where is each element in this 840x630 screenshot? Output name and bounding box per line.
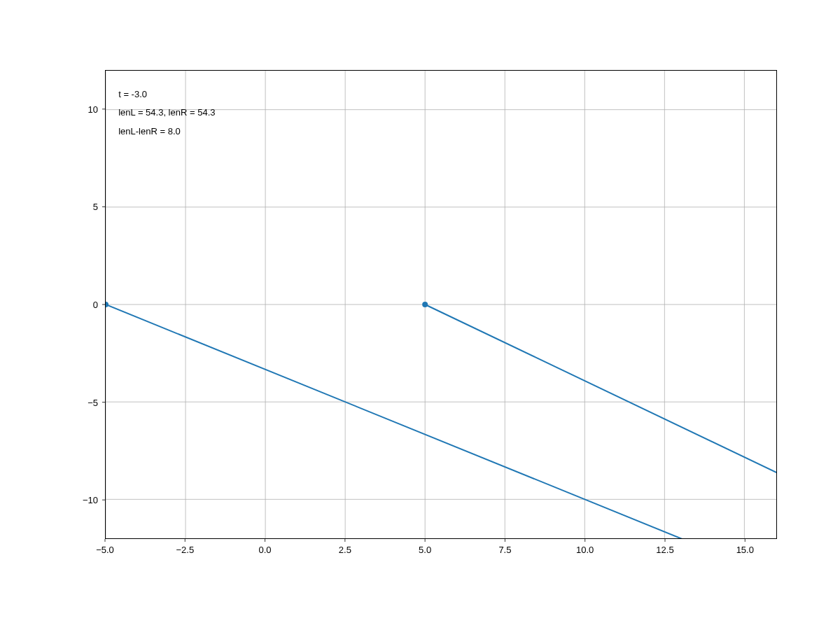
y-tick-label: 10	[70, 104, 98, 114]
x-tick-label: 2.5	[339, 545, 351, 555]
y-tick-label: −5	[70, 397, 98, 407]
x-tick-label: 0.0	[259, 545, 272, 555]
annotation-text: t = -3.0	[118, 89, 147, 99]
marker-point	[106, 302, 108, 307]
x-tick-label: 12.5	[656, 545, 673, 555]
y-tick-label: 0	[70, 300, 98, 310]
x-tick-label: 5.0	[419, 545, 431, 555]
x-tick-label: 7.5	[498, 545, 511, 555]
x-tick-label: 15.0	[736, 545, 754, 555]
x-tick-label: −2.5	[176, 545, 194, 555]
plot-area	[105, 70, 777, 539]
annotation-text: lenL = 54.3, lenR = 54.3	[118, 107, 215, 118]
series-lineL	[106, 304, 776, 538]
series-lineR	[425, 304, 776, 538]
marker-point	[422, 302, 428, 307]
y-tick-label: −10	[70, 495, 98, 505]
x-tick-label: 10.0	[576, 545, 594, 555]
chart-svg	[106, 71, 776, 538]
y-tick-label: 5	[70, 202, 98, 212]
annotation-text: lenL-lenR = 8.0	[118, 126, 181, 136]
x-tick-label: −5.0	[96, 545, 114, 555]
